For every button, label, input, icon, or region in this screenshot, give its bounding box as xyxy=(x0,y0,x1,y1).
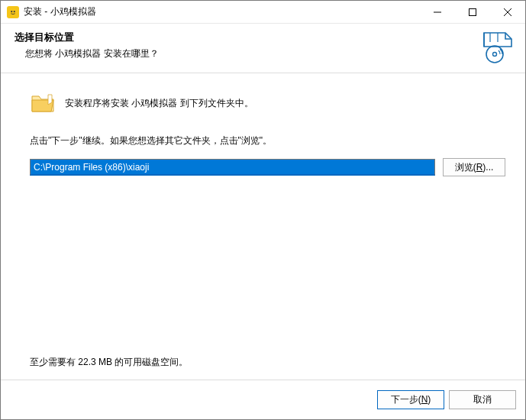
instruction-text: 点击"下一步"继续。如果您想选择其它文件夹，点击"浏览"。 xyxy=(30,134,505,147)
installer-window: 安装 - 小鸡模拟器 选择目标位置 您想将 小鸡模拟器 安装在哪里？ xyxy=(0,0,526,420)
svg-rect-4 xyxy=(470,8,476,15)
window-title: 安装 - 小鸡模拟器 xyxy=(24,5,420,18)
app-icon xyxy=(7,6,19,18)
minimize-button[interactable] xyxy=(420,1,455,24)
title-bar: 安装 - 小鸡模拟器 xyxy=(1,1,525,24)
wizard-body: 安装程序将安装 小鸡模拟器 到下列文件夹中。 点击"下一步"继续。如果您想选择其… xyxy=(1,73,525,380)
folder-icon xyxy=(30,90,56,116)
svg-point-2 xyxy=(14,11,15,12)
svg-point-8 xyxy=(493,53,497,57)
folder-info-row: 安装程序将安装 小鸡模拟器 到下列文件夹中。 xyxy=(30,90,505,116)
wizard-footer: 下一步(N) 取消 xyxy=(1,380,525,419)
page-title: 选择目标位置 xyxy=(15,31,511,44)
close-button[interactable] xyxy=(490,1,525,24)
install-path-input[interactable] xyxy=(30,159,435,176)
svg-point-7 xyxy=(486,46,503,63)
cancel-button[interactable]: 取消 xyxy=(449,390,516,409)
browse-button[interactable]: 浏览(R)... xyxy=(443,158,505,176)
svg-point-1 xyxy=(11,11,12,12)
disk-space-text: 至少需要有 22.3 MB 的可用磁盘空间。 xyxy=(30,356,505,369)
svg-point-0 xyxy=(8,7,18,16)
folder-line-text: 安装程序将安装 小鸡模拟器 到下列文件夹中。 xyxy=(65,97,253,110)
maximize-button[interactable] xyxy=(455,1,490,24)
next-button[interactable]: 下一步(N) xyxy=(377,390,444,409)
box-disk-icon xyxy=(476,28,513,65)
page-subtitle: 您想将 小鸡模拟器 安装在哪里？ xyxy=(25,47,511,60)
path-row: 浏览(R)... xyxy=(30,158,505,176)
wizard-header: 选择目标位置 您想将 小鸡模拟器 安装在哪里？ xyxy=(1,24,525,66)
